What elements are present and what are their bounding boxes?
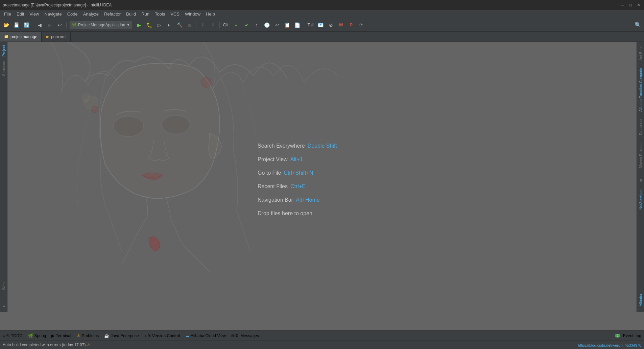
svg-point-4: [82, 94, 90, 102]
run-config-selector[interactable]: 🌿 ProjectManageApplication ▼: [70, 21, 132, 29]
menu-file[interactable]: File: [1, 10, 14, 18]
toolbar-search-everywhere[interactable]: 🔍: [633, 20, 643, 30]
maximize-button[interactable]: □: [628, 2, 633, 8]
tip-drop-files: Drop files here to open: [258, 210, 337, 217]
toolbar-save-all[interactable]: 💾: [11, 20, 21, 30]
git-history[interactable]: 🕐: [262, 20, 272, 30]
git-revert[interactable]: ↩: [272, 20, 282, 30]
tab-spring[interactable]: 🌿 Spring: [25, 331, 49, 341]
version-control-label: 9: Version Control: [148, 333, 180, 338]
tab-terminal[interactable]: ▶ Terminal: [49, 331, 74, 341]
menu-refactor[interactable]: Refactor: [101, 10, 123, 18]
toolbar-run-with-coverage[interactable]: ▷: [154, 20, 164, 30]
git-update[interactable]: ✓: [232, 20, 241, 30]
menu-view[interactable]: View: [27, 10, 42, 18]
toolbar-debug-button[interactable]: 🐛: [144, 20, 154, 30]
right-panel-maven[interactable]: Maven Projects: [638, 141, 644, 170]
left-strip-favorites[interactable]: ★: [1, 303, 6, 310]
tip-search-everywhere: Search Everywhere Double Shift: [258, 143, 337, 149]
menu-build[interactable]: Build: [123, 10, 139, 18]
tab-pom-xml[interactable]: m pom.xml: [42, 32, 71, 42]
version-control-icon: ↕: [144, 333, 146, 338]
toolbar-step-into[interactable]: ⬇: [208, 20, 218, 30]
git-copy-revision[interactable]: 📄: [293, 20, 302, 30]
toolbar-icon-p[interactable]: P: [347, 20, 356, 30]
tip-recent-files-shortcut: Ctrl+E: [290, 183, 306, 190]
menu-analyze[interactable]: Analyze: [80, 10, 101, 18]
toolbar-undo-nav[interactable]: ↩: [55, 20, 65, 30]
separator-5: [304, 22, 304, 28]
toolbar-icon-w[interactable]: W: [336, 20, 346, 30]
java-enterprise-icon: ☕: [104, 333, 109, 338]
svg-point-1: [113, 116, 144, 136]
tab-messages[interactable]: ✉ 0: Messages: [229, 331, 262, 341]
right-panel-alibaba-bottom[interactable]: Alibaba: [638, 292, 644, 308]
left-strip-project[interactable]: Project: [1, 44, 6, 58]
menu-tools[interactable]: Tools: [152, 10, 168, 18]
left-strip-web[interactable]: Web: [1, 281, 6, 291]
svg-point-5: [201, 77, 211, 88]
tab-event-log[interactable]: 2 Event Log: [612, 331, 644, 341]
toolbar-build[interactable]: 🔨: [175, 20, 184, 30]
alibaba-cloud-label: Alibaba Cloud View: [191, 333, 226, 338]
toolbar-step-over[interactable]: ⬇: [198, 20, 208, 30]
tip-search-everywhere-label: Search Everywhere: [258, 143, 305, 149]
toolbar-run-button[interactable]: ▶: [134, 20, 144, 30]
menu-vcs[interactable]: VCS: [168, 10, 182, 18]
tip-go-to-file-label: Go to File: [258, 170, 281, 176]
git-shelve[interactable]: 📋: [283, 20, 292, 30]
separator-3: [196, 22, 196, 28]
menu-window[interactable]: Window: [182, 10, 203, 18]
tab-icon-1: 📁: [4, 34, 9, 39]
tab-problems[interactable]: ⚠ Problems: [74, 331, 102, 341]
tip-navigation-bar-label: Navigation Bar: [258, 197, 293, 203]
menu-navigate[interactable]: Navigate: [42, 10, 64, 18]
toolbar: 📂 💾 🔄 ◀ ▶ ↩ 🌿 ProjectManageApplication ▼…: [0, 18, 644, 32]
menu-code[interactable]: Code: [65, 10, 80, 18]
toolbar-icon-1[interactable]: 📧: [316, 20, 326, 30]
right-panel-ant-build[interactable]: Ant Build: [638, 44, 644, 63]
tab-projectmanage[interactable]: 📁 projectmanage: [0, 32, 42, 42]
messages-label: 0: Messages: [236, 333, 259, 338]
toolbar-icon-q[interactable]: ⟳: [357, 20, 366, 30]
status-bar: Auto build completed with errors (today …: [0, 341, 644, 349]
run-config-arrow: ▼: [126, 23, 130, 27]
tip-project-view: Project View Alt+1: [258, 156, 337, 163]
menu-edit[interactable]: Edit: [14, 10, 27, 18]
menu-run[interactable]: Run: [139, 10, 152, 18]
toolbar-open-recent[interactable]: 📂: [1, 20, 11, 30]
tab-icon-2: m: [46, 34, 49, 39]
todo-icon: ≡: [3, 333, 5, 338]
git-commit[interactable]: ✔: [242, 20, 252, 30]
minimize-button[interactable]: ─: [620, 2, 625, 8]
editor-area: Search Everywhere Double Shift Project V…: [0, 42, 644, 330]
toolbar-icon-2[interactable]: ⊘: [326, 20, 336, 30]
right-panel-database[interactable]: Database: [638, 117, 644, 137]
status-url[interactable]: https://blog.csdn.net/weixin_45334970: [578, 343, 641, 347]
right-panel-alibaba-function[interactable]: Alibaba Function Compute: [638, 66, 644, 114]
event-log-badge: 2: [615, 334, 620, 338]
left-strip-structure[interactable]: Structure: [1, 59, 6, 77]
toolbar-forward[interactable]: ▶: [45, 20, 54, 30]
git-push[interactable]: ↑: [252, 20, 262, 30]
title-text: projectmanage [E:\javaProject\projectman…: [3, 3, 620, 7]
close-button[interactable]: ✕: [636, 2, 641, 8]
svg-point-6: [91, 106, 98, 113]
toolbar-tail[interactable]: Tail: [306, 20, 315, 30]
toolbar-stop[interactable]: ⏹: [185, 20, 194, 30]
quick-tips: Search Everywhere Double Shift Project V…: [258, 143, 337, 217]
separator-1: [33, 22, 33, 28]
tab-version-control[interactable]: ↕ 9: Version Control: [142, 331, 183, 341]
right-panel-netservices[interactable]: NetServices: [638, 188, 644, 211]
tab-todo[interactable]: ≡ 6: TODO: [0, 331, 25, 341]
right-panel-net[interactable]: m: [638, 177, 644, 184]
toolbar-sync[interactable]: 🔄: [22, 20, 31, 30]
menu-help[interactable]: Help: [203, 10, 218, 18]
svg-point-2: [162, 115, 190, 134]
spring-icon: 🌿: [28, 333, 33, 338]
tab-java-enterprise[interactable]: ☕ Java Enterprise: [101, 331, 141, 341]
toolbar-profiler[interactable]: ⏯: [165, 20, 174, 30]
java-enterprise-label: Java Enterprise: [111, 333, 139, 338]
toolbar-back[interactable]: ◀: [35, 20, 44, 30]
tab-alibaba-cloud[interactable]: ☁ Alibaba Cloud View: [183, 331, 229, 341]
